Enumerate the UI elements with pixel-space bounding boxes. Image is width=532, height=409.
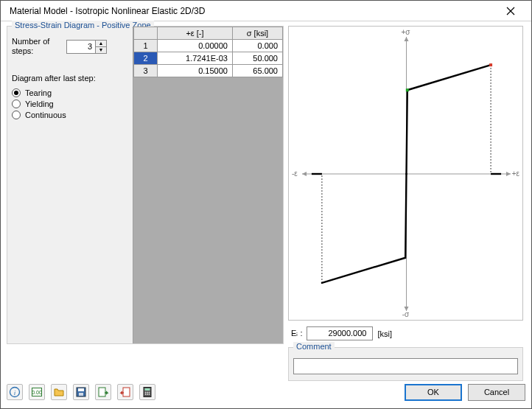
- stress-strain-group: Stress-Strain Diagram - Positive Zone Nu…: [7, 26, 284, 344]
- radio-continuous[interactable]: Continuous: [12, 111, 130, 119]
- stepper-up-icon[interactable]: ▲: [96, 41, 106, 47]
- close-button[interactable]: [496, 1, 525, 21]
- save-icon: [75, 386, 87, 398]
- titlebar: Material Model - Isotropic Nonlinear Ela…: [1, 1, 531, 21]
- table-row[interactable]: 1 0.00000 0.000: [134, 40, 283, 52]
- svg-text:i: i: [14, 389, 16, 396]
- axis-label-top: +σ: [401, 28, 410, 36]
- comment-label: Comment: [293, 342, 335, 351]
- stress-strain-chart: +σ -σ -ε +ε: [288, 26, 523, 321]
- row-num: 2: [134, 52, 158, 65]
- numsteps-label: Number of steps:: [12, 37, 63, 56]
- cancel-button[interactable]: Cancel: [468, 384, 525, 401]
- svg-text:0.00: 0.00: [32, 390, 42, 395]
- ei-unit: [ksi]: [377, 329, 392, 338]
- svg-point-21: [149, 392, 150, 394]
- save-button[interactable]: [73, 384, 89, 400]
- button-bar: i 0.00 OK Cancel: [7, 382, 525, 402]
- axis-label-bottom: -σ: [402, 310, 410, 318]
- svg-rect-13: [78, 388, 84, 391]
- row-num: 1: [134, 40, 158, 52]
- radio-label: Yielding: [25, 99, 54, 108]
- export-button[interactable]: [117, 384, 133, 400]
- after-step-label: Diagram after last step:: [12, 74, 130, 83]
- svg-rect-16: [123, 388, 130, 396]
- svg-point-19: [145, 392, 147, 394]
- cell-eps[interactable]: 1.7241E-03: [158, 52, 233, 65]
- radio-label: Tearing: [25, 88, 52, 97]
- export-icon: [119, 386, 131, 398]
- svg-point-23: [147, 394, 148, 395]
- col-sigma[interactable]: σ [ksi]: [232, 27, 282, 40]
- window-title: Material Model - Isotropic Nonlinear Ela…: [10, 6, 496, 16]
- table-row[interactable]: 2 1.7241E-03 50.000: [134, 52, 283, 65]
- table-row[interactable]: 3 0.15000 65.000: [134, 65, 283, 77]
- radio-tearing[interactable]: Tearing: [12, 88, 130, 97]
- strain-stress-table[interactable]: +ε [-] σ [ksi] 1 0.00000 0.000 2 1.7241E…: [133, 27, 283, 77]
- table-corner: [134, 27, 158, 40]
- svg-rect-14: [79, 393, 83, 396]
- open-icon: [53, 386, 65, 398]
- axis-label-right: +ε: [512, 169, 519, 178]
- comment-group: Comment: [288, 347, 523, 381]
- svg-rect-15: [99, 388, 105, 396]
- import-icon: [97, 386, 109, 398]
- open-button[interactable]: [51, 384, 67, 400]
- numsteps-stepper[interactable]: ▲ ▼: [66, 40, 107, 54]
- numsteps-input[interactable]: [67, 41, 95, 53]
- decimals-icon: 0.00: [31, 386, 43, 398]
- cell-sigma[interactable]: 50.000: [232, 52, 282, 65]
- svg-point-20: [147, 392, 148, 394]
- stepper-down-icon[interactable]: ▼: [96, 47, 106, 53]
- import-button[interactable]: [95, 384, 111, 400]
- radio-label: Continuous: [25, 111, 66, 119]
- ei-value[interactable]: 29000.000: [307, 326, 373, 340]
- svg-rect-4: [406, 88, 409, 91]
- ei-label: Eᵢ :: [288, 329, 302, 338]
- svg-rect-5: [489, 63, 492, 66]
- help-icon: i: [9, 386, 21, 398]
- col-eps[interactable]: +ε [-]: [158, 27, 233, 40]
- radio-yielding[interactable]: Yielding: [12, 99, 130, 108]
- svg-rect-18: [145, 388, 150, 391]
- comment-input[interactable]: [293, 358, 518, 374]
- decimals-button[interactable]: 0.00: [29, 384, 45, 400]
- cell-sigma[interactable]: 0.000: [232, 40, 282, 52]
- ok-button[interactable]: OK: [405, 384, 462, 401]
- chart-canvas: [289, 27, 524, 321]
- calculator-button[interactable]: [139, 384, 155, 400]
- row-num: 3: [134, 65, 158, 77]
- svg-point-24: [149, 394, 150, 395]
- svg-point-22: [145, 394, 147, 395]
- table-area: +ε [-] σ [ksi] 1 0.00000 0.000 2 1.7241E…: [133, 27, 283, 343]
- radio-icon: [12, 99, 21, 108]
- cell-sigma[interactable]: 65.000: [232, 65, 282, 77]
- radio-icon: [12, 111, 21, 119]
- ei-row: Eᵢ : 29000.000 [ksi]: [288, 326, 523, 340]
- radio-icon: [12, 88, 21, 97]
- help-button[interactable]: i: [7, 384, 23, 400]
- close-icon: [505, 5, 517, 17]
- cell-eps[interactable]: 0.15000: [158, 65, 233, 77]
- axis-label-left: -ε: [292, 169, 298, 178]
- calculator-icon: [141, 386, 153, 398]
- cell-eps[interactable]: 0.00000: [158, 40, 233, 52]
